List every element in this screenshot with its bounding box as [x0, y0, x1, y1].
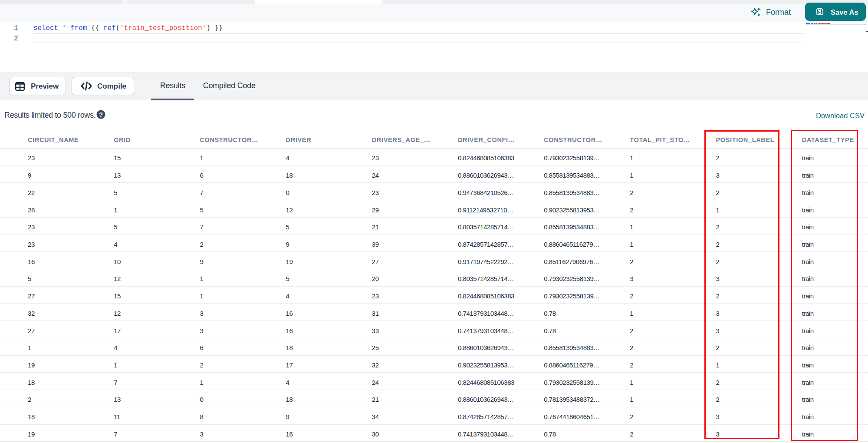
svg-text:?: ?	[99, 111, 103, 118]
